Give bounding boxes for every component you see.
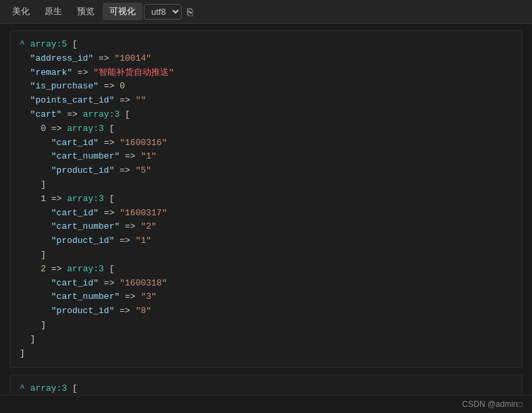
tab-preview[interactable]: 预览 [70,3,101,20]
tab-visualize[interactable]: 可视化 [103,3,142,20]
tab-raw[interactable]: 原生 [38,3,69,20]
tab-beautify[interactable]: 美化 [5,3,36,20]
footer-bar: CSDN @admin□ [0,395,532,413]
footer-text: CSDN @admin□ [462,400,523,409]
code-block-1: ^ array:5 [ "address_id" => "10014" "rem… [9,30,523,368]
top-toolbar: 美化 原生 预览 可视化 utf8 gbk ⎘ [0,0,532,24]
main-content: ^ array:5 [ "address_id" => "10014" "rem… [0,24,532,413]
copy-button[interactable]: ⎘ [183,5,197,19]
encoding-select[interactable]: utf8 gbk [144,4,182,20]
